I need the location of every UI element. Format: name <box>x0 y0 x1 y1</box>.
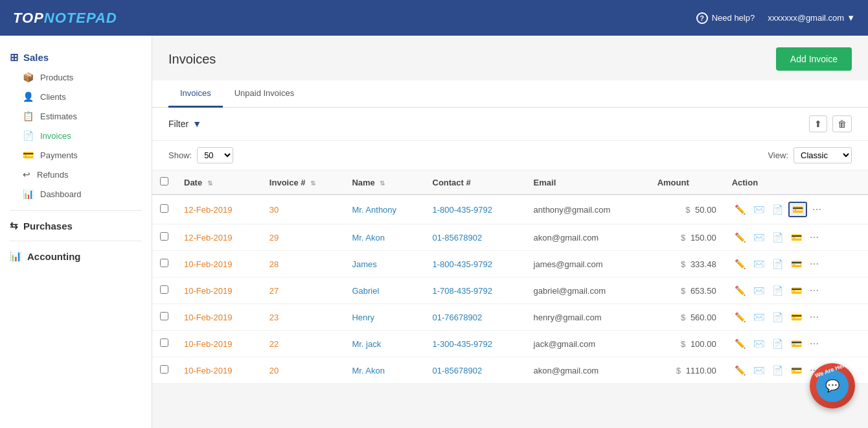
edit-button-6[interactable]: ✏️ <box>732 364 748 377</box>
sidebar-item-payments[interactable]: 💳 Payments <box>10 145 142 165</box>
row-name-4[interactable]: Henry <box>344 304 424 331</box>
header-invoice-num[interactable]: Invoice # ⇅ <box>262 171 345 195</box>
pdf-button-4[interactable]: 📄 <box>770 311 786 324</box>
row-name-0[interactable]: Mr. Anthony <box>344 195 424 224</box>
payment-button-2[interactable]: 💳 <box>788 257 805 270</box>
pdf-button-1[interactable]: 📄 <box>770 231 786 244</box>
row-invoice-num-0[interactable]: 30 <box>262 195 345 224</box>
more-button-0[interactable]: ⋯ <box>810 203 824 216</box>
more-button-5[interactable]: ⋯ <box>807 337 821 350</box>
email-button-2[interactable]: ✉️ <box>751 257 767 270</box>
main-content: Invoices Add Invoice Invoices Unpaid Inv… <box>152 36 868 428</box>
edit-button-3[interactable]: ✏️ <box>732 284 748 297</box>
row-date-2[interactable]: 10-Feb-2019 <box>176 251 262 278</box>
tab-invoices[interactable]: Invoices <box>168 80 223 108</box>
sidebar-item-refunds[interactable]: ↩ Refunds <box>10 165 142 184</box>
header-amount: Amount <box>650 171 724 195</box>
pdf-button-3[interactable]: 📄 <box>770 284 786 297</box>
email-button-4[interactable]: ✉️ <box>751 311 767 324</box>
pdf-button-0[interactable]: 📄 <box>770 203 786 216</box>
email-button-6[interactable]: ✉️ <box>751 364 767 377</box>
sidebar-item-estimates[interactable]: 📋 Estimates <box>10 106 142 126</box>
row-checkbox-3[interactable] <box>160 285 168 294</box>
row-date-3[interactable]: 10-Feb-2019 <box>176 278 262 304</box>
more-button-3[interactable]: ⋯ <box>807 284 821 297</box>
pdf-button-6[interactable]: 📄 <box>770 364 786 377</box>
row-checkbox-2[interactable] <box>160 259 168 267</box>
row-date-0[interactable]: 12-Feb-2019 <box>176 195 262 224</box>
edit-button-0[interactable]: ✏️ <box>732 203 748 216</box>
payment-button-3[interactable]: 💳 <box>788 284 805 297</box>
add-invoice-button[interactable]: Add Invoice <box>776 47 852 71</box>
edit-button-2[interactable]: ✏️ <box>732 257 748 270</box>
app-header: TopNotepad ? Need help? xxxxxxx@gmail.co… <box>0 0 868 36</box>
row-name-6[interactable]: Mr. Akon <box>344 357 424 384</box>
row-invoice-num-3[interactable]: 27 <box>262 278 345 304</box>
row-name-2[interactable]: James <box>344 251 424 278</box>
invoice-sort-icon: ⇅ <box>310 180 315 187</box>
sidebar-item-products[interactable]: 📦 Products <box>10 67 142 87</box>
purchases-section-title[interactable]: ⇆ Purchases <box>0 215 152 237</box>
header-date[interactable]: Date ⇅ <box>176 171 262 195</box>
row-checkbox-5[interactable] <box>160 339 168 347</box>
accounting-section-title[interactable]: 📊 Accounting <box>0 245 152 267</box>
help-button[interactable]: ? Need help? <box>696 12 755 24</box>
payment-button-1[interactable]: 💳 <box>788 231 805 244</box>
header-name[interactable]: Name ⇅ <box>344 171 424 195</box>
sidebar-item-invoices[interactable]: 📄 Invoices <box>10 126 142 145</box>
email-button-1[interactable]: ✉️ <box>751 231 767 244</box>
row-date-4[interactable]: 10-Feb-2019 <box>176 304 262 331</box>
email-button-5[interactable]: ✉️ <box>751 337 767 350</box>
payment-button-6[interactable]: 💳 <box>788 364 805 377</box>
row-checkbox-1[interactable] <box>160 232 168 241</box>
pdf-button-2[interactable]: 📄 <box>770 257 786 270</box>
row-contact-0[interactable]: 1-800-435-9792 <box>425 195 526 224</box>
clients-icon: 👤 <box>23 91 34 102</box>
row-date-6[interactable]: 10-Feb-2019 <box>176 357 262 384</box>
row-invoice-num-4[interactable]: 23 <box>262 304 345 331</box>
row-date-1[interactable]: 12-Feb-2019 <box>176 224 262 251</box>
row-invoice-num-5[interactable]: 22 <box>262 331 345 357</box>
more-button-2[interactable]: ⋯ <box>807 257 821 270</box>
dollar-sign: $ <box>681 259 685 269</box>
sales-section-title[interactable]: ⊞ Sales <box>10 47 142 67</box>
edit-button-4[interactable]: ✏️ <box>732 311 748 324</box>
row-checkbox-0[interactable] <box>160 204 168 213</box>
pdf-button-5[interactable]: 📄 <box>770 337 786 350</box>
row-date-5[interactable]: 10-Feb-2019 <box>176 331 262 357</box>
payment-button-5[interactable]: 💳 <box>788 337 805 350</box>
row-contact-1[interactable]: 01-85678902 <box>425 224 526 251</box>
row-checkbox-6[interactable] <box>160 365 168 374</box>
row-name-1[interactable]: Mr. Akon <box>344 224 424 251</box>
export-button[interactable]: ⬆ <box>809 115 827 132</box>
row-contact-3[interactable]: 1-708-435-9792 <box>425 278 526 304</box>
show-select[interactable]: 50 25 100 <box>197 147 233 163</box>
more-button-4[interactable]: ⋯ <box>807 311 821 324</box>
payment-button-0[interactable]: 💳 <box>788 202 807 217</box>
tab-unpaid-invoices[interactable]: Unpaid Invoices <box>223 80 306 108</box>
email-button-3[interactable]: ✉️ <box>751 284 767 297</box>
more-button-1[interactable]: ⋯ <box>807 231 821 244</box>
edit-button-1[interactable]: ✏️ <box>732 231 748 244</box>
row-contact-5[interactable]: 1-300-435-9792 <box>425 331 526 357</box>
sidebar-item-dashboard[interactable]: 📊 Dashboard <box>10 184 142 204</box>
edit-button-5[interactable]: ✏️ <box>732 337 748 350</box>
row-name-3[interactable]: Gabriel <box>344 278 424 304</box>
row-contact-2[interactable]: 1-800-435-9792 <box>425 251 526 278</box>
row-contact-4[interactable]: 01-76678902 <box>425 304 526 331</box>
payment-button-4[interactable]: 💳 <box>788 311 805 324</box>
email-button-0[interactable]: ✉️ <box>751 203 767 216</box>
sidebar-item-clients[interactable]: 👤 Clients <box>10 87 142 106</box>
row-contact-6[interactable]: 01-85678902 <box>425 357 526 384</box>
row-checkbox-4[interactable] <box>160 312 168 320</box>
user-menu[interactable]: xxxxxxx@gmail.com ▼ <box>768 13 855 23</box>
row-invoice-num-2[interactable]: 28 <box>262 251 345 278</box>
select-all-checkbox[interactable] <box>160 177 168 185</box>
delete-button[interactable]: 🗑 <box>832 115 852 132</box>
view-select[interactable]: Classic Modern <box>794 147 852 163</box>
row-invoice-num-6[interactable]: 20 <box>262 357 345 384</box>
row-invoice-num-1[interactable]: 29 <box>262 224 345 251</box>
row-name-5[interactable]: Mr. jack <box>344 331 424 357</box>
we-are-here-badge[interactable]: We Are Here! 💬 <box>810 363 855 409</box>
amount-value: 1110.00 <box>686 366 716 375</box>
